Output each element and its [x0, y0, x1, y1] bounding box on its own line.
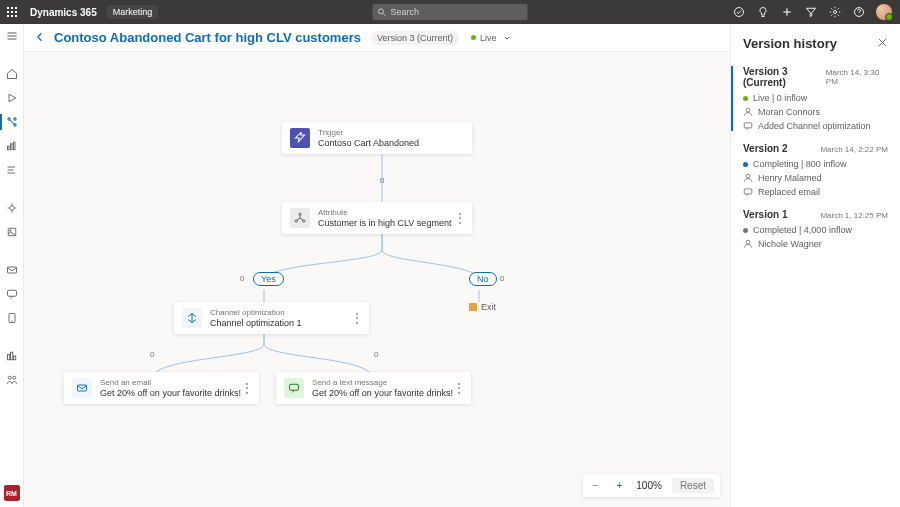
svg-rect-29: [7, 267, 16, 273]
nav-engagement-icon[interactable]: [4, 200, 20, 216]
svg-point-9: [378, 9, 383, 14]
version-status: Completing | 800 inflow: [743, 159, 888, 169]
user-icon: [743, 107, 753, 117]
svg-point-52: [746, 174, 750, 178]
svg-rect-4: [11, 11, 13, 13]
nav-play-icon[interactable]: [4, 90, 20, 106]
node-attribute-more[interactable]: ⋮: [454, 211, 466, 225]
nav-journeys-icon[interactable]: [4, 114, 20, 130]
svg-rect-8: [15, 15, 17, 17]
count-no: 0: [500, 274, 504, 283]
svg-rect-7: [11, 15, 13, 17]
persona-badge[interactable]: RM: [4, 485, 20, 501]
node-send-sms[interactable]: Send a text messageGet 20% off on your f…: [276, 372, 471, 404]
branch-no[interactable]: No: [469, 272, 497, 286]
node-attribute[interactable]: AttributeCustomer is in high CLV segment…: [282, 202, 472, 234]
zoom-in-button[interactable]: +: [612, 480, 626, 491]
note-icon: [743, 187, 753, 197]
version-status: Live | 0 inflow: [743, 93, 888, 103]
filter-icon[interactable]: [804, 5, 818, 19]
version-user: Henry Malamed: [743, 173, 888, 183]
node-channel-optimization[interactable]: Channel optimizationChannel optimization…: [174, 302, 369, 334]
svg-rect-24: [10, 144, 12, 150]
count-right: 0: [374, 350, 378, 359]
page-title: Contoso Abandoned Cart for high CLV cust…: [54, 30, 361, 45]
flag-icon: [469, 303, 477, 311]
sms-icon: [284, 378, 304, 398]
zoom-out-button[interactable]: −: [589, 480, 603, 491]
node-sms-more[interactable]: ⋮: [453, 381, 465, 395]
node-send-email[interactable]: Send an emailGet 20% off on your favorit…: [64, 372, 259, 404]
count-trigger: 0: [380, 176, 384, 185]
svg-point-26: [9, 206, 14, 211]
node-email-more[interactable]: ⋮: [241, 381, 253, 395]
email-icon: [72, 378, 92, 398]
version-chip[interactable]: Version 3 (Current): [371, 31, 459, 45]
version-date: March 14, 2:22 PM: [820, 145, 888, 154]
nav-home-icon[interactable]: [4, 66, 20, 82]
node-trigger[interactable]: TriggerContoso Cart Abandoned: [282, 122, 472, 154]
nav-consent-icon[interactable]: [4, 372, 20, 388]
nav-sms-icon[interactable]: [4, 286, 20, 302]
count-yes: 0: [240, 274, 244, 283]
nav-analytics-icon[interactable]: [4, 138, 20, 154]
branch-yes[interactable]: Yes: [253, 272, 284, 286]
svg-point-50: [746, 108, 750, 112]
svg-rect-3: [7, 11, 9, 13]
module-name[interactable]: Marketing: [107, 5, 159, 19]
lightbulb-icon[interactable]: [756, 5, 770, 19]
svg-marker-19: [9, 94, 16, 102]
nav-channels-icon[interactable]: [4, 162, 20, 178]
chevron-down-icon: [503, 34, 511, 42]
search-input[interactable]: Search: [373, 4, 528, 20]
note-icon: [743, 121, 753, 131]
status-live[interactable]: Live: [465, 31, 517, 45]
svg-point-28: [9, 230, 11, 232]
version-note: Replaced email: [743, 187, 888, 197]
help-icon[interactable]: [852, 5, 866, 19]
svg-line-10: [383, 13, 386, 16]
nav-push-icon[interactable]: [4, 310, 20, 326]
node-channel-more[interactable]: ⋮: [351, 311, 363, 325]
version-item[interactable]: Version 2March 14, 2:22 PMCompleting | 8…: [731, 143, 888, 197]
version-note: Added Channel optimization: [743, 121, 888, 131]
svg-point-43: [299, 213, 301, 215]
version-date: March 14, 3:30 PM: [826, 68, 888, 86]
assistant-icon[interactable]: [732, 5, 746, 19]
settings-icon[interactable]: [828, 5, 842, 19]
node-exit[interactable]: Exit: [469, 302, 496, 312]
svg-rect-35: [13, 356, 15, 360]
user-avatar[interactable]: [876, 4, 892, 20]
zoom-controls: − + 100% Reset: [583, 474, 720, 497]
nav-audience-icon[interactable]: [4, 348, 20, 364]
svg-rect-30: [7, 290, 16, 296]
svg-rect-1: [11, 7, 13, 9]
svg-rect-47: [290, 384, 299, 390]
nav-menu-icon[interactable]: [4, 28, 20, 44]
zoom-reset-button[interactable]: Reset: [672, 478, 714, 493]
branch-icon: [290, 208, 310, 228]
product-name: Dynamics 365: [24, 7, 103, 18]
version-user: Moran Connors: [743, 107, 888, 117]
svg-rect-25: [13, 142, 15, 150]
journey-canvas[interactable]: TriggerContoso Cart Abandoned 0 Attribut…: [24, 72, 730, 507]
svg-rect-23: [7, 146, 9, 150]
svg-rect-5: [15, 11, 17, 13]
svg-rect-2: [15, 7, 17, 9]
version-item[interactable]: Version 1March 1, 12:25 PMCompleted | 4,…: [731, 209, 888, 249]
version-name: Version 3 (Current): [743, 66, 826, 88]
app-launcher-icon[interactable]: [0, 0, 24, 24]
nav-assets-icon[interactable]: [4, 224, 20, 240]
version-name: Version 1: [743, 209, 787, 220]
channel-optimization-icon: [182, 308, 202, 328]
version-item[interactable]: Version 3 (Current)March 14, 3:30 PMLive…: [731, 66, 888, 131]
svg-rect-53: [744, 189, 752, 194]
panel-title: Version history: [743, 36, 837, 51]
svg-point-14: [834, 11, 837, 14]
svg-point-54: [746, 240, 750, 244]
version-name: Version 2: [743, 143, 787, 154]
back-button[interactable]: [34, 29, 46, 47]
add-icon[interactable]: [780, 5, 794, 19]
close-icon[interactable]: [877, 34, 888, 52]
nav-email-icon[interactable]: [4, 262, 20, 278]
